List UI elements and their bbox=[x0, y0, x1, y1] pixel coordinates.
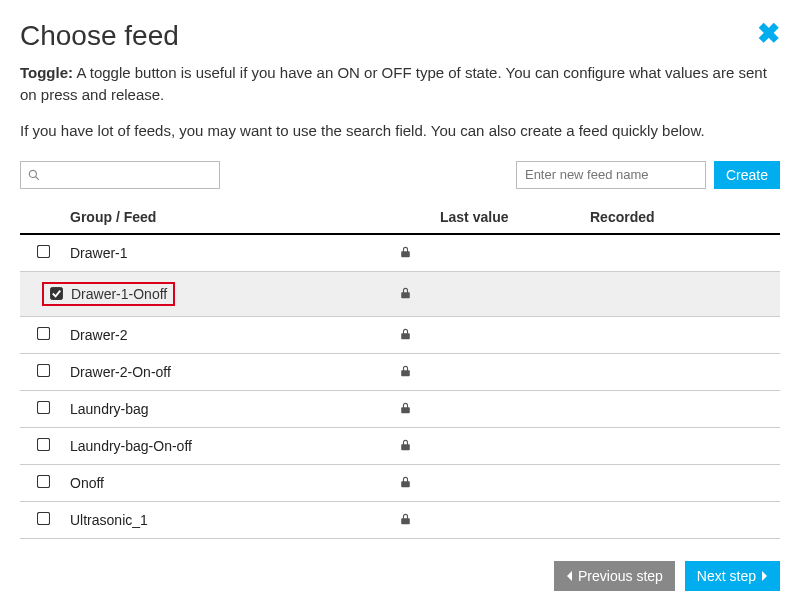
last-value-cell bbox=[436, 427, 586, 464]
lock-icon bbox=[400, 364, 411, 380]
next-step-label: Next step bbox=[697, 568, 756, 584]
feed-checkbox[interactable] bbox=[37, 245, 50, 258]
feeds-table: Group / Feed Last value Recorded Drawer-… bbox=[20, 203, 780, 539]
feed-name: Drawer-1-Onoff bbox=[71, 286, 167, 302]
feed-name: Laundry-bag bbox=[70, 401, 149, 417]
lock-icon bbox=[400, 327, 411, 343]
table-row[interactable]: Drawer-1 bbox=[20, 234, 780, 272]
feed-name: Ultrasonic_1 bbox=[70, 512, 148, 528]
svg-rect-1 bbox=[50, 287, 62, 299]
recorded-cell bbox=[586, 390, 780, 427]
last-value-cell bbox=[436, 390, 586, 427]
description-text: Toggle: A toggle button is useful if you… bbox=[20, 62, 780, 106]
svg-rect-3 bbox=[37, 364, 49, 376]
new-feed-input[interactable] bbox=[516, 161, 706, 189]
chevron-right-icon bbox=[760, 568, 768, 584]
table-row[interactable]: Onoff bbox=[20, 464, 780, 501]
feed-name: Drawer-2-On-off bbox=[70, 364, 171, 380]
feed-name: Onoff bbox=[70, 475, 104, 491]
feed-name: Drawer-2 bbox=[70, 327, 128, 343]
previous-step-label: Previous step bbox=[578, 568, 663, 584]
next-step-button[interactable]: Next step bbox=[685, 561, 780, 591]
lock-icon bbox=[400, 475, 411, 491]
last-value-cell bbox=[436, 234, 586, 272]
svg-rect-0 bbox=[37, 245, 49, 257]
col-header-group-feed: Group / Feed bbox=[66, 203, 396, 234]
svg-rect-2 bbox=[37, 327, 49, 339]
last-value-cell bbox=[436, 271, 586, 316]
table-row[interactable]: Laundry-bag bbox=[20, 390, 780, 427]
feed-checkbox[interactable] bbox=[37, 364, 50, 377]
last-value-cell bbox=[436, 501, 586, 538]
highlighted-feed: Drawer-1-Onoff bbox=[42, 282, 175, 306]
feed-checkbox[interactable] bbox=[37, 327, 50, 340]
feed-checkbox[interactable] bbox=[37, 512, 50, 525]
lock-icon bbox=[400, 245, 411, 261]
table-row[interactable]: Drawer-2 bbox=[20, 316, 780, 353]
feed-name: Laundry-bag-On-off bbox=[70, 438, 192, 454]
chevron-left-icon bbox=[566, 568, 574, 584]
description-body: A toggle button is useful if you have an… bbox=[20, 64, 767, 103]
toggle-label: Toggle: bbox=[20, 64, 73, 81]
feed-checkbox[interactable] bbox=[37, 401, 50, 414]
last-value-cell bbox=[436, 464, 586, 501]
feed-checkbox[interactable] bbox=[50, 287, 63, 300]
col-header-last-value: Last value bbox=[436, 203, 586, 234]
lock-icon bbox=[400, 438, 411, 454]
search-wrap bbox=[20, 161, 220, 189]
lock-icon bbox=[400, 286, 411, 302]
last-value-cell bbox=[436, 353, 586, 390]
svg-rect-4 bbox=[37, 401, 49, 413]
feed-checkbox[interactable] bbox=[37, 475, 50, 488]
recorded-cell bbox=[586, 501, 780, 538]
lock-icon bbox=[400, 512, 411, 528]
last-value-cell bbox=[436, 316, 586, 353]
page-title: Choose feed bbox=[20, 20, 179, 52]
svg-rect-7 bbox=[37, 512, 49, 524]
previous-step-button[interactable]: Previous step bbox=[554, 561, 675, 591]
recorded-cell bbox=[586, 353, 780, 390]
recorded-cell bbox=[586, 464, 780, 501]
recorded-cell bbox=[586, 316, 780, 353]
svg-rect-6 bbox=[37, 475, 49, 487]
col-header-recorded: Recorded bbox=[586, 203, 780, 234]
feed-checkbox[interactable] bbox=[37, 438, 50, 451]
table-row[interactable]: Drawer-2-On-off bbox=[20, 353, 780, 390]
search-input[interactable] bbox=[20, 161, 220, 189]
feed-name: Drawer-1 bbox=[70, 245, 128, 261]
table-row[interactable]: Drawer-1-Onoff bbox=[20, 271, 780, 316]
lock-icon bbox=[400, 401, 411, 417]
recorded-cell bbox=[586, 234, 780, 272]
close-icon[interactable]: ✖ bbox=[757, 20, 780, 48]
search-icon bbox=[28, 169, 40, 181]
table-row[interactable]: Laundry-bag-On-off bbox=[20, 427, 780, 464]
create-button[interactable]: Create bbox=[714, 161, 780, 189]
recorded-cell bbox=[586, 427, 780, 464]
table-row[interactable]: Ultrasonic_1 bbox=[20, 501, 780, 538]
hint-text: If you have lot of feeds, you may want t… bbox=[20, 122, 780, 139]
svg-rect-5 bbox=[37, 438, 49, 450]
recorded-cell bbox=[586, 271, 780, 316]
